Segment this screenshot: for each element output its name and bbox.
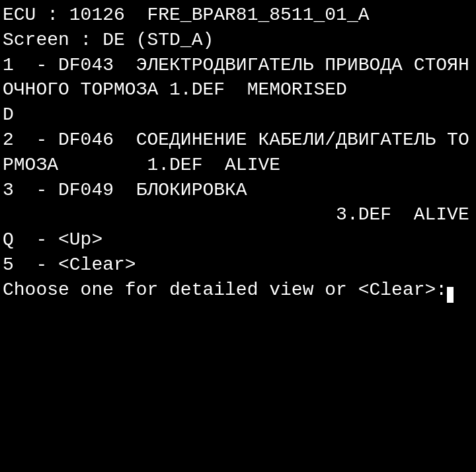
terminal-line-2: Screen : DE (STD_A) [3,28,473,53]
terminal-line-8: Q - <Up> [3,227,473,253]
terminal-screen: ECU : 10126 FRE_BPAR81_8511_01_A Screen … [0,0,476,472]
terminal-line-1: ECU : 10126 FRE_BPAR81_8511_01_A [3,3,473,28]
terminal-line-5: 2 - DF046 СОЕДИНЕНИЕ КАБЕЛИ/ДВИГАТЕЛЬ ТО… [3,128,473,178]
terminal-line-6: 3 - DF049 БЛОКИРОВКА [3,178,473,203]
terminal-line-3: 1 - DF043 ЭЛЕКТРОДВИГАТЕЛЬ ПРИВОДА СТОЯН… [3,53,473,103]
cursor-block [447,287,454,303]
terminal-line-7: 3.DEF ALIVE [3,202,473,227]
terminal-line-9: 5 - <Clear> [3,253,473,278]
terminal-prompt-line: Choose one for detailed view or <Clear>: [3,278,473,303]
terminal-line-4: D [3,102,473,128]
